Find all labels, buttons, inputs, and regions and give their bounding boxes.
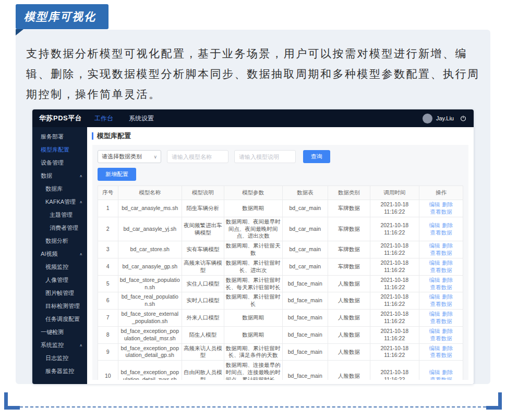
row-no: 2 [98,217,118,241]
table-row: 2bd_car_anasyle_yj.sh夜间频繁进出车辆模型数据周期、夜间最早… [98,217,463,241]
app-body: 服务部署模型库配置设备管理数据∧数据库KAFKA管理∧主题管理消费者管理数据分析… [32,127,474,384]
category-select-value: 请选择数据类别 [102,153,142,160]
row-actions: 编辑删除查看数据 [419,217,463,241]
action-编辑[interactable]: 编辑 [429,328,440,334]
action-编辑[interactable]: 编辑 [429,311,440,317]
sidebar-item[interactable]: 数据分析 [32,234,87,248]
sidebar-item-label: 一键检测 [41,326,64,339]
action-编辑[interactable]: 编辑 [429,222,440,228]
row-actions: 编辑删除查看数据 [419,292,463,310]
action-编辑[interactable]: 编辑 [429,201,440,207]
action-删除[interactable]: 删除 [442,201,453,207]
action-删除[interactable]: 删除 [442,260,453,266]
action-查看数据[interactable]: 查看数据 [430,301,452,307]
category-select[interactable]: 请选择数据类别 ∨ [98,150,161,163]
power-icon[interactable] [460,115,467,122]
data-table: bd_car_main [282,258,328,276]
sidebar-item[interactable]: 数据∧ [32,169,87,182]
model-desc: 高频来访人员模型 [182,343,224,361]
action-删除[interactable]: 删除 [442,345,453,351]
page-title-row: 模型库配置 [87,127,474,145]
action-删除[interactable]: 删除 [442,293,453,300]
model-params: 数据周期 [224,200,282,217]
column-header: 操作 [419,186,463,200]
sidebar-item[interactable]: KAFKA管理∧ [32,195,87,208]
sidebar-item[interactable]: 日志监控 [32,352,87,365]
table-row: 1bd_car_anasyle_ms.sh陌生车辆分析数据周期bd_car_ma… [98,200,463,217]
sidebar-item[interactable]: 目标检测管理 [32,300,87,313]
filter-row: 请选择数据类别 ∨ 查询 [98,150,463,163]
model-name-input[interactable] [167,150,228,163]
sidebar-item[interactable]: 服务器监控 [32,365,87,378]
sidebar-item[interactable]: 服务部署 [32,130,87,143]
column-header: 调用时间 [370,186,419,200]
caret-up-icon: ∧ [79,196,82,207]
sidebar-item[interactable]: 人像管理 [32,274,87,287]
sidebar-item[interactable]: 设备管理 [32,156,87,169]
column-header: 模型说明 [182,186,224,200]
row-no: 10 [98,361,118,380]
model-params: 数据周期、累计驻留时长、进出次 [224,258,282,276]
sidebar-item[interactable]: 系统监控∧ [32,339,87,352]
table-body: 1bd_car_anasyle_ms.sh陌生车辆分析数据周期bd_car_ma… [98,200,463,380]
action-编辑[interactable]: 编辑 [429,260,440,266]
column-header: 序号 [98,186,118,200]
action-编辑[interactable]: 编辑 [429,242,440,249]
data-category: 人脸数据 [328,292,370,310]
app-topbar: 华苏PDS平台 工作台系统设置 Jay.Liu [32,109,474,127]
row-no: 7 [98,310,118,327]
search-button[interactable]: 查询 [303,150,330,163]
sidebar-item-label: 服务部署 [41,130,64,143]
sidebar-item[interactable]: 视频监控 [32,261,87,274]
table-row: 9bd_face_exception_population_detail_gp.… [98,343,463,361]
row-no: 9 [98,343,118,361]
action-删除[interactable]: 删除 [442,277,453,283]
action-删除[interactable]: 删除 [442,369,453,375]
action-编辑[interactable]: 编辑 [429,345,440,351]
action-查看数据[interactable]: 查看数据 [430,284,452,290]
action-查看数据[interactable]: 查看数据 [430,376,452,380]
user-area: Jay.Liu [423,114,474,123]
model-desc: 实住人口模型 [182,275,224,292]
column-header: 模型参数 [224,186,282,200]
app-screenshot: 华苏PDS平台 工作台系统设置 Jay.Liu 服务 [32,109,474,384]
nav-item-系统设置[interactable]: 系统设置 [129,114,154,123]
action-查看数据[interactable]: 查看数据 [430,335,452,341]
action-编辑[interactable]: 编辑 [429,293,440,300]
row-no: 3 [98,241,118,258]
nav-item-工作台[interactable]: 工作台 [94,114,113,123]
data-category: 人脸数据 [328,310,370,327]
action-删除[interactable]: 删除 [442,328,453,334]
sidebar-item[interactable]: 消费者管理 [32,221,87,234]
action-查看数据[interactable]: 查看数据 [430,352,452,358]
action-编辑[interactable]: 编辑 [429,369,440,375]
model-params: 数据周期 [224,310,282,327]
action-查看数据[interactable]: 查看数据 [430,250,452,256]
sidebar-item[interactable]: 模型库配置 [32,143,87,156]
model-desc-input[interactable] [234,150,296,163]
call-time: 2021-10-18 11:16:22 [370,275,419,292]
action-查看数据[interactable]: 查看数据 [430,208,452,215]
action-删除[interactable]: 删除 [442,222,453,228]
action-查看数据[interactable]: 查看数据 [430,318,452,324]
call-time: 2021-10-18 11:16:22 [370,258,419,276]
add-config-button[interactable]: 新增配置 [98,168,136,181]
sidebar-item[interactable]: AI视频∧ [32,248,87,261]
avatar[interactable] [423,114,432,123]
sidebar-item[interactable]: 图片帧管理 [32,287,87,300]
sidebar-item[interactable]: 一键检测 [32,326,87,339]
chevron-down-icon: ∨ [153,154,157,159]
row-no: 5 [98,275,118,292]
action-编辑[interactable]: 编辑 [429,277,440,283]
model-params: 数据周期、累计驻留天数 [224,241,282,258]
call-time: 2021-10-18 11:16:22 [370,326,419,343]
sidebar-item[interactable]: 主题管理 [32,208,87,221]
topbar-nav: 工作台系统设置 [87,114,154,123]
username: Jay.Liu [436,115,454,121]
action-删除[interactable]: 删除 [442,242,453,249]
action-删除[interactable]: 删除 [442,311,453,317]
sidebar-item[interactable]: 数据库 [32,182,87,195]
sidebar-item[interactable]: 任务调度配置 [32,313,87,326]
action-查看数据[interactable]: 查看数据 [430,267,452,273]
action-查看数据[interactable]: 查看数据 [430,229,452,236]
